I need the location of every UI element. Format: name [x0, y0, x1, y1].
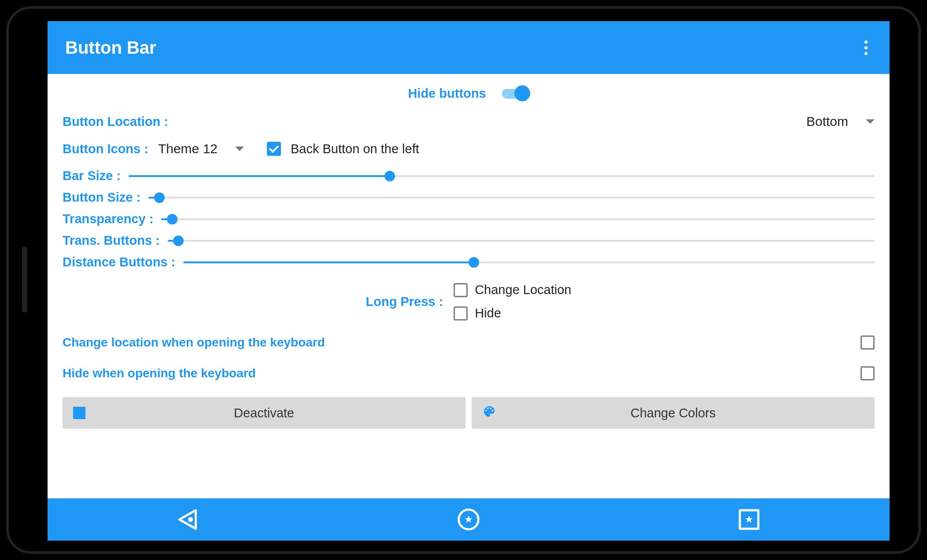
keyboard-hide-checkbox[interactable]	[861, 366, 875, 380]
distance-buttons-slider[interactable]	[183, 256, 875, 269]
trans-buttons-label: Trans. Buttons :	[63, 233, 160, 248]
deactivate-button[interactable]: Deactivate	[63, 397, 465, 429]
button-location-value: Bottom	[806, 114, 848, 129]
app-bar: Button Bar	[48, 21, 890, 74]
speaker-grill	[22, 247, 27, 313]
svg-marker-3	[465, 516, 473, 523]
button-size-label: Button Size :	[63, 190, 140, 205]
keyboard-change-location-label: Change location when opening the keyboar…	[63, 335, 861, 350]
screen: Button Bar Hide buttons Button Location …	[48, 21, 890, 541]
back-button-left-label: Back Button on the left	[291, 142, 419, 156]
button-icons-label: Button Icons :	[63, 142, 148, 156]
page-title: Button Bar	[65, 38, 855, 58]
long-press-hide-checkbox[interactable]	[454, 306, 468, 321]
distance-buttons-label: Distance Buttons :	[63, 255, 175, 269]
bar-size-label: Bar Size :	[63, 169, 121, 183]
transparency-slider[interactable]	[161, 213, 875, 226]
long-press-change-location-checkbox[interactable]	[454, 283, 468, 297]
toggle-knob	[514, 85, 530, 101]
long-press-change-location-label: Change Location	[475, 283, 571, 297]
svg-point-1	[188, 517, 193, 522]
change-colors-button[interactable]: Change Colors	[472, 397, 875, 429]
stop-icon	[73, 407, 85, 419]
transparency-label: Transparency :	[63, 212, 153, 226]
tablet-frame: Button Bar Hide buttons Button Location …	[9, 9, 918, 551]
trans-buttons-slider[interactable]	[168, 234, 875, 247]
keyboard-change-location-checkbox[interactable]	[861, 335, 875, 350]
palette-icon	[482, 405, 496, 422]
long-press-label: Long Press :	[366, 295, 443, 309]
nav-back-button[interactable]	[48, 498, 328, 541]
change-colors-button-label: Change Colors	[472, 406, 875, 420]
nav-recents-icon	[734, 504, 764, 535]
back-button-left-checkbox[interactable]	[267, 142, 281, 156]
hide-buttons-toggle[interactable]	[502, 89, 529, 99]
deactivate-button-label: Deactivate	[63, 406, 465, 420]
caret-down-icon	[866, 119, 875, 124]
hide-buttons-label: Hide buttons	[408, 86, 486, 101]
nav-home-icon	[453, 504, 484, 535]
keyboard-hide-label: Hide when opening the keyboard	[63, 366, 861, 380]
caret-down-icon	[235, 147, 244, 151]
button-icons-value: Theme 12	[158, 141, 218, 156]
nav-bar	[48, 498, 890, 541]
nav-recents-button[interactable]	[609, 498, 890, 541]
svg-marker-0	[179, 510, 196, 529]
nav-home-button[interactable]	[328, 498, 609, 541]
button-location-label: Button Location :	[63, 114, 806, 129]
nav-back-icon	[173, 504, 203, 535]
button-icons-dropdown[interactable]: Theme 12	[158, 141, 244, 156]
long-press-hide-label: Hide	[475, 306, 501, 321]
button-location-dropdown[interactable]: Bottom	[806, 114, 875, 129]
more-vert-icon[interactable]	[855, 37, 876, 58]
button-size-slider[interactable]	[148, 191, 875, 204]
bar-size-slider[interactable]	[129, 169, 875, 183]
content-area: Hide buttons Button Location : Bottom Bu…	[48, 74, 890, 438]
svg-marker-5	[746, 516, 753, 523]
